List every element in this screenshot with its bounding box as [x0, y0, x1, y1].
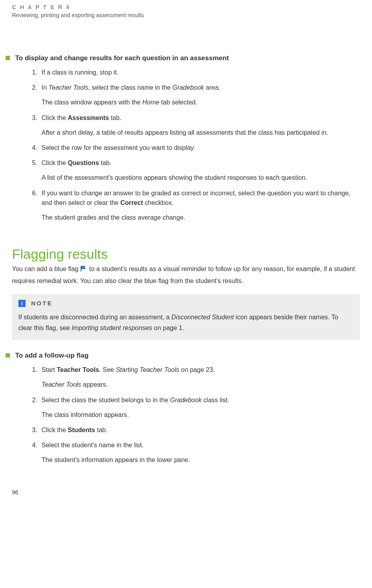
- note-header: i NOTE: [18, 300, 354, 307]
- section-intro: You can add a blue flag to a student's r…: [12, 264, 360, 286]
- note-box: i NOTE If students are disconnected duri…: [12, 294, 360, 340]
- step-5-result: A list of the assessment's questions app…: [42, 173, 360, 183]
- step-4: Select the row for the assessment you wa…: [39, 143, 360, 153]
- step-5: Click the Questions tab. A list of the a…: [39, 158, 360, 183]
- step-2-result: The class window appears with the Home t…: [42, 97, 360, 108]
- p2-step-2-result: The class information appears.: [42, 410, 360, 420]
- p2-step-4: Select the student's name in the list. T…: [39, 441, 360, 465]
- step-6-result: The student grades and the class average…: [42, 212, 360, 223]
- chapter-subtitle: Reviewing, printing and exporting assess…: [12, 12, 360, 18]
- step-1-text: If a class is running, stop it.: [42, 69, 119, 76]
- section-title-flagging: Flagging results: [12, 246, 360, 262]
- svg-rect-0: [81, 266, 81, 271]
- procedure-heading-display-results: To display and change results for each q…: [12, 54, 360, 62]
- step-1: If a class is running, stop it.: [39, 68, 360, 77]
- chapter-label: C H A P T E R 4: [12, 4, 360, 10]
- p2-step-2: Select the class the student belongs to …: [39, 395, 360, 420]
- page-number: 96: [12, 489, 360, 496]
- step-3-result: After a short delay, a table of results …: [42, 128, 360, 138]
- p2-step-3: Click the Students tab.: [39, 425, 360, 435]
- step-6: If you want to change an answer to be gr…: [39, 189, 360, 223]
- blue-flag-icon: [80, 264, 87, 275]
- procedure-steps-1: If a class is running, stop it. In Teach…: [29, 68, 360, 222]
- p2-step-4-result: The student's information appears in the…: [42, 455, 360, 465]
- info-icon: i: [18, 300, 26, 307]
- note-body: If students are disconnected during an a…: [18, 312, 354, 333]
- note-label: NOTE: [31, 300, 53, 307]
- step-3: Click the Assessments tab. After a short…: [39, 113, 360, 138]
- procedure-steps-2: Start Teacher Tools. See Starting Teache…: [29, 365, 360, 465]
- p2-step-1: Start Teacher Tools. See Starting Teache…: [39, 365, 360, 390]
- step-2: In Teacher Tools, select the class name …: [39, 83, 360, 108]
- p2-step-1-result: Teacher Tools appears.: [42, 380, 360, 390]
- procedure-heading-add-flag: To add a follow-up flag: [12, 352, 360, 360]
